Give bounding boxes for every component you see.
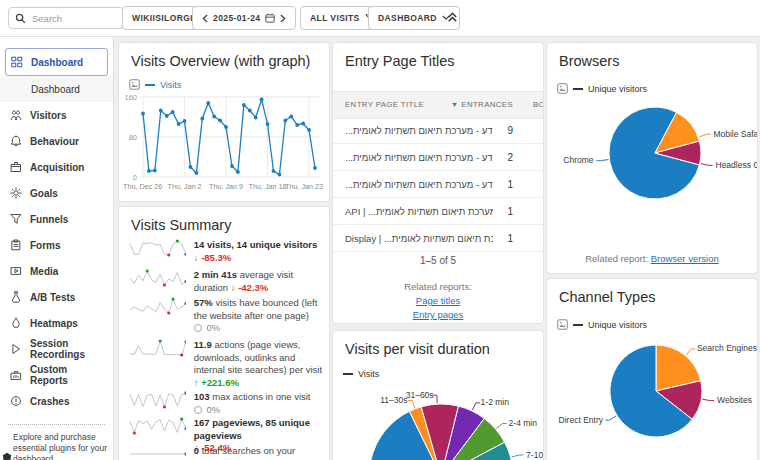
svg-text:Thu, Dec 26: Thu, Dec 26 xyxy=(123,182,162,191)
sidebar-item-label: Crashes xyxy=(30,396,69,407)
summary-metric-text: 57% visits have bounced (left the websit… xyxy=(194,297,323,335)
sidebar-item-label: Behaviour xyxy=(30,136,79,147)
pie-label: 2-4 min xyxy=(509,418,538,428)
sidebar-item-dashboard-sub[interactable]: Dashboard xyxy=(0,76,113,102)
entrances-cell: 9 xyxy=(493,125,513,136)
sidebar-item-label: Heatmaps xyxy=(30,318,78,329)
svg-text:Thu, Jan 2: Thu, Jan 2 xyxy=(168,182,202,191)
entry-page-title-cell[interactable]: ...כז הידע - מערכת תיאום תשתיות לאומית xyxy=(333,179,493,190)
chevron-left-icon[interactable] xyxy=(202,14,208,23)
briefcase-icon xyxy=(10,369,22,381)
sidebar-item-label: Funnels xyxy=(30,214,68,225)
sparkline xyxy=(129,239,186,259)
bell-icon xyxy=(10,135,22,147)
grid-icon xyxy=(11,56,23,68)
dashboard-selector-label: DASHBOARD xyxy=(378,13,437,23)
search-box[interactable] xyxy=(8,7,124,29)
svg-text:0: 0 xyxy=(133,173,137,182)
sidebar: DashboardDashboardVisitorsBehaviourAcqui… xyxy=(0,36,114,460)
summary-row: 0 total searches on your website, 0 uniq… xyxy=(129,445,323,460)
table-row: API | ...ע - מערכת תיאום תשתיות לאומית1 xyxy=(333,198,543,225)
sidebar-item-label: Visitors xyxy=(30,110,67,121)
search-input[interactable] xyxy=(30,12,104,25)
visits-line-chart: 080160Thu, Dec 26Thu, Jan 2Thu, Jan 9Thu… xyxy=(121,91,325,197)
sidebar-item-forms[interactable]: Forms xyxy=(0,232,113,258)
table-row: ...כז הידע - מערכת תיאום תשתיות לאומית1 xyxy=(333,171,543,198)
related-link-browser-version[interactable]: Browser version xyxy=(651,253,719,264)
related-link-page-titles[interactable]: Page titles xyxy=(333,295,543,306)
summary-metric-text: 103 max actions in one visit 0% xyxy=(194,391,323,416)
sidebar-item-label: Goals xyxy=(30,188,58,199)
media-icon xyxy=(10,265,22,277)
entry-page-titles-widget: Entry Page Titles ENTRY PAGE TITLE ▼ENTR… xyxy=(332,42,544,324)
entrances-cell: 1 xyxy=(493,233,513,244)
sidebar-divider xyxy=(8,424,105,425)
entry-page-title-cell[interactable]: Display | ...מערכת תיאום תשתיות לאומית xyxy=(333,233,493,244)
entrances-cell: 1 xyxy=(493,206,513,217)
sidebar-item-acquisition[interactable]: Acquisition xyxy=(0,154,113,180)
sidebar-item-label: Custom Reports xyxy=(30,364,103,386)
visits-overview-widget: Visits Overview (with graph) Visits 0801… xyxy=(118,42,330,202)
sidebar-item-session-recordings[interactable]: Session Recordings xyxy=(0,336,113,362)
entry-page-title-cell[interactable]: ...כז הידע - מערכת תיאום תשתיות לאומית xyxy=(333,152,493,163)
entry-page-title-cell[interactable]: ...כז הידע - מערכת תיאום תשתיות לאומית xyxy=(333,125,493,136)
date-picker[interactable]: 2025-01-24 xyxy=(192,6,296,30)
summary-metric-text: 14 visits, 14 unique visitors ↓ -85.3% xyxy=(194,239,323,264)
visit-duration-widget: Visits per visit duration Visits 1-2 min… xyxy=(332,330,544,460)
svg-text:Thu, Jan 16: Thu, Jan 16 xyxy=(249,182,287,191)
sidebar-item-custom-reports[interactable]: Custom Reports xyxy=(0,362,113,388)
sparkline xyxy=(129,445,186,460)
entry-page-title-cell[interactable]: API | ...ע - מערכת תיאום תשתיות לאומית xyxy=(333,206,493,217)
sparkline xyxy=(129,339,186,359)
export-image-icon[interactable] xyxy=(129,79,140,90)
pie-label: 7-10 min xyxy=(526,450,543,460)
table-body: ...כז הידע - מערכת תיאום תשתיות לאומית9.… xyxy=(333,117,543,252)
sidebar-item-behaviour[interactable]: Behaviour xyxy=(0,128,113,154)
topbar: WIKIISILORGIL 2025-01-24 ALL VISITS DASH… xyxy=(0,0,760,37)
widget-title: Visits Summary xyxy=(131,217,231,233)
sparkline xyxy=(129,269,186,289)
sidebar-item-heatmaps[interactable]: Heatmaps xyxy=(0,310,113,336)
marketplace-icon[interactable] xyxy=(2,452,12,460)
related-link-entry-pages[interactable]: Entry pages xyxy=(333,309,543,320)
sidebar-item-label: Dashboard xyxy=(31,57,83,68)
sparkline xyxy=(129,391,186,411)
legend-label: Visits xyxy=(160,80,181,90)
pie-label: 31–60s xyxy=(406,390,434,400)
pie-label: 11–30s xyxy=(380,395,407,405)
sidebar-item-a-b-tests[interactable]: A/B Tests xyxy=(0,284,113,310)
collapse-header-button[interactable] xyxy=(444,9,460,25)
sort-desc-icon: ▼ xyxy=(451,101,458,108)
sidebar-item-goals[interactable]: Goals xyxy=(0,180,113,206)
pie-label: Direct Entry xyxy=(559,415,604,425)
summary-metric-text: 2 min 41s average visit duration ↓ -42.3… xyxy=(194,269,323,294)
sparkline xyxy=(129,417,186,437)
related-report-label: Related report: xyxy=(585,253,648,264)
entrances-cell: 2 xyxy=(493,152,513,163)
pie-label: Chrome xyxy=(563,155,594,165)
chevron-right-icon[interactable] xyxy=(280,14,286,23)
pie-label: Search Engines xyxy=(697,343,757,353)
column-header-entry-page-title[interactable]: ENTRY PAGE TITLE xyxy=(345,92,424,118)
sidebar-item-label: Acquisition xyxy=(30,162,84,173)
calendar-icon xyxy=(265,13,275,23)
play-icon xyxy=(10,343,22,355)
summary-row: 57% visits have bounced (left the websit… xyxy=(129,297,323,335)
sidebar-item-media[interactable]: Media xyxy=(0,258,113,284)
column-header-entrances[interactable]: ▼ENTRANCES xyxy=(451,92,513,118)
pie-label: 1-2 min xyxy=(481,397,510,407)
related-reports-label: Related reports: xyxy=(404,281,472,292)
sidebar-item-visitors[interactable]: Visitors xyxy=(0,102,113,128)
sidebar-item-dashboard[interactable]: Dashboard xyxy=(5,48,108,76)
pie-label: Websites xyxy=(717,395,752,405)
summary-row: 11.9 actions (page views, downloads, out… xyxy=(129,339,323,389)
sidebar-item-funnels[interactable]: Funnels xyxy=(0,206,113,232)
svg-text:Thu, Jan 23: Thu, Jan 23 xyxy=(285,182,323,191)
channel-types-widget: Channel Types Unique visitors Search Eng… xyxy=(546,278,758,460)
sidebar-items: DashboardDashboardVisitorsBehaviourAcqui… xyxy=(0,48,113,414)
no-change-icon xyxy=(194,324,202,332)
sidebar-item-crashes[interactable]: Crashes xyxy=(0,388,113,414)
svg-text:80: 80 xyxy=(129,133,137,142)
pagination-label: 1–5 of 5 xyxy=(333,255,543,266)
related-report: Related report: Browser version xyxy=(547,253,757,264)
